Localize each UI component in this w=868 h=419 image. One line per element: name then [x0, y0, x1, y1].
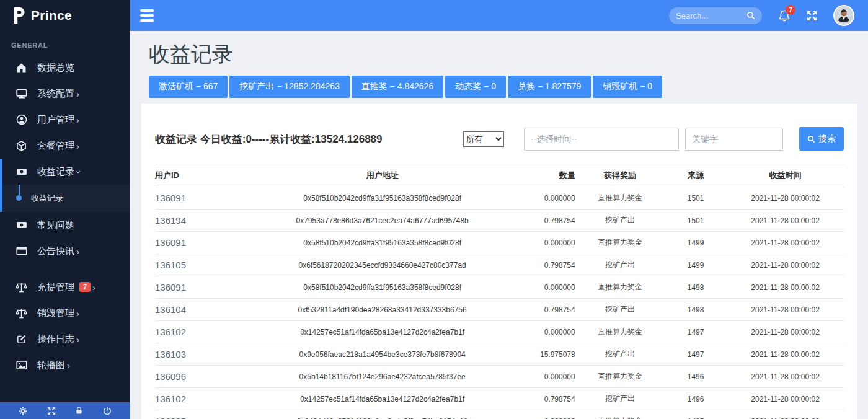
- sidebar-item-user-management[interactable]: 用户管理›: [0, 107, 130, 133]
- cell-time: 2021-11-28 00:00:02: [727, 366, 844, 388]
- chevron-right-icon: ›: [67, 361, 70, 370]
- cell-source: 1499: [665, 232, 727, 254]
- cell-user_id: 136194: [155, 210, 259, 232]
- cell-address: 0xf532811a4df190dea28268a33412d337333b67…: [259, 299, 507, 321]
- submenu-dot-icon: [16, 195, 22, 201]
- sidebar-item-label: 收益记录: [31, 193, 63, 204]
- sidebar-footer: [0, 402, 130, 419]
- cell-reward: 直推算力奖金: [575, 410, 665, 419]
- cell-reward: 直推算力奖金: [575, 321, 665, 343]
- sidebar-item-data-overview[interactable]: 数据总览: [0, 55, 130, 81]
- image-icon: [15, 359, 28, 372]
- topbar: 7: [130, 0, 868, 31]
- chevron-right-icon: ›: [76, 247, 79, 256]
- cell-amount: 0.798754: [507, 299, 575, 321]
- sidebar-item-income-records[interactable]: 收益记录›: [0, 159, 130, 185]
- power-icon[interactable]: [103, 407, 112, 415]
- page-title: 收益记录: [149, 40, 868, 69]
- sidebar-item-income-records-sub[interactable]: 收益记录: [0, 185, 130, 212]
- notifications-button[interactable]: 7: [778, 9, 790, 22]
- cell-time: 2021-11-28 00:00:02: [727, 210, 844, 232]
- search-button-icon: [807, 135, 815, 143]
- type-filter-select[interactable]: 所有: [463, 131, 504, 147]
- column-header-address: 用户地址: [259, 164, 507, 187]
- chevron-right-icon: ›: [76, 309, 79, 318]
- user-icon: [15, 113, 28, 126]
- sidebar-menu: 数据总览系统配置›用户管理›套餐管理›收益记录›收益记录常见问题公告快讯›充提管…: [0, 55, 130, 378]
- package-icon: [15, 139, 28, 152]
- submenu-connector-line: [19, 185, 20, 195]
- sidebar-item-label: 充提管理: [37, 281, 74, 293]
- column-header-amount: 数量: [507, 164, 575, 187]
- cell-source: 1501: [665, 210, 727, 232]
- stat-button-exchange[interactable]: 兑换 − 1.827579: [508, 76, 591, 98]
- cell-source: 1499: [665, 254, 727, 276]
- gear-icon[interactable]: [19, 407, 27, 415]
- sidebar-item-faq[interactable]: 常见问题: [0, 212, 130, 238]
- chevron-right-icon: ›: [76, 141, 79, 151]
- income-summary: 收益记录 今日收益:0-----累计收益:13524.126889: [155, 132, 383, 146]
- expand-icon[interactable]: [47, 407, 56, 415]
- user-avatar[interactable]: [833, 5, 854, 26]
- cell-address: 0x6f5618720202345eccfd9334660e427c80c377…: [259, 254, 507, 276]
- cell-reward: 挖矿产出: [575, 254, 665, 276]
- cell-address: 0x7953a778e86d3a7621cec2ea74a6777ad69574…: [259, 210, 507, 232]
- fullscreen-icon[interactable]: [807, 11, 817, 21]
- column-header-reward: 获得奖励: [575, 164, 665, 187]
- search-button[interactable]: 搜索: [799, 127, 844, 151]
- date-range-input[interactable]: [524, 128, 679, 151]
- sidebar-item-label: 公告快讯: [37, 245, 74, 257]
- cell-user_id: 136091: [155, 232, 259, 254]
- search-icon[interactable]: [746, 11, 755, 20]
- cell-user_id: 136095: [155, 410, 259, 419]
- sidebar-item-label: 轮播图: [37, 359, 65, 371]
- table-row: 1361030x9e056faeac218a1a4954be3ce373fe7b…: [155, 343, 844, 366]
- column-header-user_id: 用户ID: [155, 164, 259, 187]
- cell-user_id: 136091: [155, 187, 259, 210]
- search-input[interactable]: [676, 11, 743, 20]
- cell-amount: 0.000000: [507, 276, 575, 299]
- cell-address: 0x58f510b2042cd9ffa31f95163a358f8ced9f02…: [259, 232, 507, 254]
- cell-source: 1497: [665, 321, 727, 343]
- sidebar-item-operation-logs[interactable]: 操作日志›: [0, 326, 130, 352]
- search-button-label: 搜索: [818, 133, 836, 144]
- stat-button-active-miners[interactable]: 激活矿机 − 667: [149, 76, 228, 98]
- stat-button-dynamic-bonus[interactable]: 动态奖 − 0: [445, 76, 506, 98]
- sidebar-item-system-config[interactable]: 系统配置›: [0, 81, 130, 107]
- stat-button-burned-miners[interactable]: 销毁矿机 − 0: [593, 76, 662, 98]
- chevron-right-icon: ›: [76, 115, 79, 125]
- stats-bar: 激活矿机 − 667挖矿产出 − 12852.284263直推奖 − 4.842…: [149, 76, 868, 98]
- sidebar-item-deposit-withdraw[interactable]: 充提管理7›: [0, 274, 130, 300]
- money-icon: [15, 165, 28, 179]
- cell-amount: 0.000000: [507, 366, 575, 388]
- table-row: 1360910x58f510b2042cd9ffa31f95163a358f8c…: [155, 232, 844, 254]
- sidebar-item-badge: 7: [79, 282, 91, 292]
- table-row: 1360910x58f510b2042cd9ffa31f95163a358f8c…: [155, 276, 844, 299]
- keyword-input[interactable]: [685, 128, 783, 151]
- income-records-table: 用户ID用户地址数量获得奖励来源收益时间 1360910x58f510b2042…: [155, 164, 844, 419]
- menu-toggle-button[interactable]: [140, 9, 154, 22]
- sidebar-item-label: 销毁管理: [37, 307, 74, 319]
- cell-time: 2021-11-28 00:00:02: [727, 299, 844, 321]
- cell-user_id: 136102: [155, 321, 259, 343]
- stat-button-mining-output[interactable]: 挖矿产出 − 12852.284263: [229, 76, 350, 98]
- sidebar-item-announcements[interactable]: 公告快讯›: [0, 238, 130, 264]
- cell-user_id: 136104: [155, 299, 259, 321]
- cell-time: 2021-11-28 00:00:02: [727, 276, 844, 299]
- stat-button-referral-bonus[interactable]: 直推奖 − 4.842626: [352, 76, 443, 98]
- cell-address: 0x5b14b181167bf124e296ae4232afcea5785f37…: [259, 366, 507, 388]
- sidebar-item-carousel[interactable]: 轮播图›: [0, 352, 130, 378]
- cell-reward: 直推算力奖金: [575, 366, 665, 388]
- cell-time: 2021-11-28 00:00:02: [727, 388, 844, 410]
- sidebar-item-burn-management[interactable]: 销毁管理›: [0, 300, 130, 326]
- cell-reward: 直推算力奖金: [575, 276, 665, 299]
- sidebar-item-package-management[interactable]: 套餐管理›: [0, 133, 130, 159]
- cell-address: 0x58f510b2042cd9ffa31f95163a358f8ced9f02…: [259, 276, 507, 299]
- records-card: 收益记录 今日收益:0-----累计收益:13524.126889 所有 搜索 …: [141, 104, 857, 419]
- sidebar-item-label: 系统配置: [37, 88, 74, 100]
- cell-reward: 直推算力奖金: [575, 187, 665, 210]
- lock-icon[interactable]: [75, 407, 83, 415]
- brand-logo[interactable]: Prince: [0, 0, 130, 31]
- topbar-search: [669, 7, 762, 24]
- cell-user_id: 136102: [155, 388, 259, 410]
